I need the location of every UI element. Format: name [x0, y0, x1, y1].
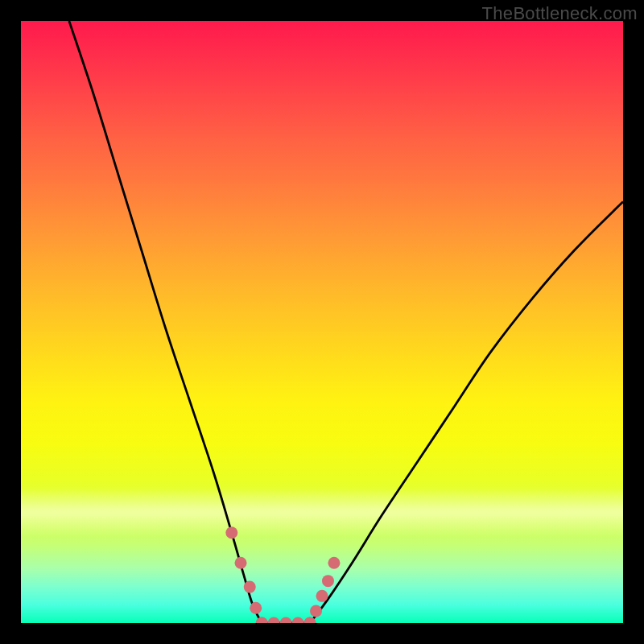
curve-layer [21, 21, 623, 623]
plot-area [21, 21, 623, 623]
highlight-dot [316, 590, 328, 602]
highlight-dot [256, 617, 268, 624]
highlight-dot [235, 557, 247, 569]
highlight-dot [328, 557, 340, 569]
highlight-dot [268, 617, 280, 624]
curve-group [69, 21, 623, 623]
watermark-text: TheBottleneck.com [482, 3, 638, 24]
highlight-dot [225, 526, 237, 539]
highlight-dot [250, 602, 262, 614]
highlight-dot [292, 617, 304, 624]
chart-container: TheBottleneck.com [0, 0, 644, 644]
highlight-dot [280, 617, 292, 624]
right-curve [310, 201, 623, 623]
highlight-dot [310, 605, 322, 617]
highlight-dot [244, 581, 256, 593]
highlight-dot [322, 575, 334, 587]
